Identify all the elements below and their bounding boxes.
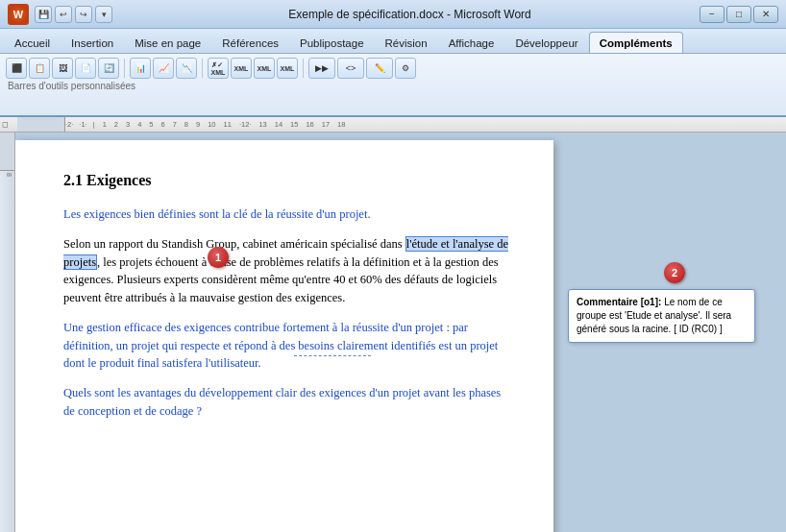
tab-insertion[interactable]: Insertion <box>61 32 124 53</box>
minimize-button[interactable]: − <box>700 6 725 23</box>
word-logo: W <box>8 4 29 25</box>
ribbon-btn-6[interactable]: 📊 <box>130 58 151 79</box>
window-controls: − □ ✕ <box>700 6 778 23</box>
comment-container: 2 Commentaire [o1]: Le nom de ce groupe … <box>568 289 755 343</box>
tab-references[interactable]: Références <box>211 32 289 53</box>
ribbon-btn-5[interactable]: 🔄 <box>98 58 119 79</box>
tab-accueil[interactable]: Accueil <box>4 32 61 53</box>
document-scroll[interactable]: 2.1 Exigences Les exigences bien définie… <box>15 133 786 532</box>
restore-button[interactable]: □ <box>726 6 751 23</box>
ribbon-btn-3[interactable]: 🖼 <box>52 58 73 79</box>
document-page: 2.1 Exigences Les exigences bien définie… <box>15 140 553 532</box>
comment-line <box>294 355 371 356</box>
ribbon-btn-7[interactable]: 📈 <box>153 58 174 79</box>
tab-publipostage[interactable]: Publipostage <box>289 32 375 53</box>
ribbon-sep-3 <box>303 59 304 78</box>
paragraph-3: Une gestion efficace des exigences contr… <box>63 319 515 373</box>
comment-badge-2-wrapper: 2 <box>664 262 685 283</box>
paragraph-2: Selon un rapport du Standish Group, cabi… <box>63 235 515 307</box>
ribbon-btn-tag2[interactable]: ✏️ <box>366 58 393 79</box>
ribbon-sep-1 <box>124 59 125 78</box>
ribbon-btn-tag1[interactable]: <> <box>337 58 364 79</box>
ribbon-section-label: Barres d'outils personnalisées <box>6 81 780 91</box>
tab-mise-en-page[interactable]: Mise en page <box>124 32 211 53</box>
ribbon-btn-last[interactable]: ⚙ <box>395 58 416 79</box>
comment-label: Commentaire [o1]: <box>577 297 661 307</box>
ribbon-tabs: Accueil Insertion Mise en page Référence… <box>0 29 786 54</box>
ribbon-btn-xml2[interactable]: XML <box>231 58 252 79</box>
redo-button[interactable]: ↪ <box>75 6 92 23</box>
vertical-ruler: 12345678 <box>0 133 15 532</box>
ribbon-btn-xml1[interactable]: ✗✓XML <box>208 58 229 79</box>
tab-affichage[interactable]: Affichage <box>438 32 505 53</box>
quick-access-toolbar: 💾 ↩ ↪ ▾ <box>35 6 112 23</box>
comment-badge-1: 1 <box>208 247 229 268</box>
undo-button[interactable]: ↩ <box>55 6 72 23</box>
save-button[interactable]: 💾 <box>35 6 52 23</box>
comment-badge-2: 2 <box>664 262 685 283</box>
close-button[interactable]: ✕ <box>753 6 778 23</box>
ribbon-content: ⬛ 📋 🖼 📄 🔄 📊 📈 📉 ✗✓XML XML XML XML ▶▶ <> … <box>0 54 786 117</box>
horizontal-ruler: ◻ ·2· ·1· | 1 2 3 4 5 6 7 8 9 10 11 ·12·… <box>0 117 786 133</box>
paragraph-4: Quels sont les avantages du développemen… <box>63 384 515 421</box>
ribbon-btn-play[interactable]: ▶▶ <box>308 58 335 79</box>
ribbon-btn-4[interactable]: 📄 <box>75 58 96 79</box>
comment-bubble: Commentaire [o1]: Le nom de ce groupe es… <box>568 289 755 343</box>
tab-revision[interactable]: Révision <box>375 32 438 53</box>
para2-pre: Selon un rapport du Standish Group, cabi… <box>63 237 405 251</box>
ribbon-sep-2 <box>202 59 203 78</box>
ribbon-btn-xml3[interactable]: XML <box>254 58 275 79</box>
ribbon-buttons: ⬛ 📋 🖼 📄 🔄 📊 📈 📉 ✗✓XML XML XML XML ▶▶ <> … <box>6 58 780 79</box>
document-area: 12345678 2.1 Exigences Les exigences bie… <box>0 133 786 532</box>
ribbon-btn-2[interactable]: 📋 <box>29 58 50 79</box>
para2-post: , les projets échouent à cause de problè… <box>63 255 499 305</box>
title-bar: W 💾 ↩ ↪ ▾ Exemple de spécification.docx … <box>0 0 786 29</box>
ribbon-btn-1[interactable]: ⬛ <box>6 58 27 79</box>
quick-access-dropdown[interactable]: ▾ <box>95 6 112 23</box>
tab-developpeur[interactable]: Développeur <box>504 32 588 53</box>
ribbon-btn-xml4[interactable]: XML <box>277 58 298 79</box>
section-heading: 2.1 Exigences <box>63 169 515 192</box>
ribbon-btn-8[interactable]: 📉 <box>176 58 197 79</box>
window-title: Exemple de spécification.docx - Microsof… <box>120 8 700 21</box>
paragraph-1: Les exigences bien définies sont la clé … <box>63 206 515 224</box>
tab-complements[interactable]: Compléments <box>589 32 683 53</box>
